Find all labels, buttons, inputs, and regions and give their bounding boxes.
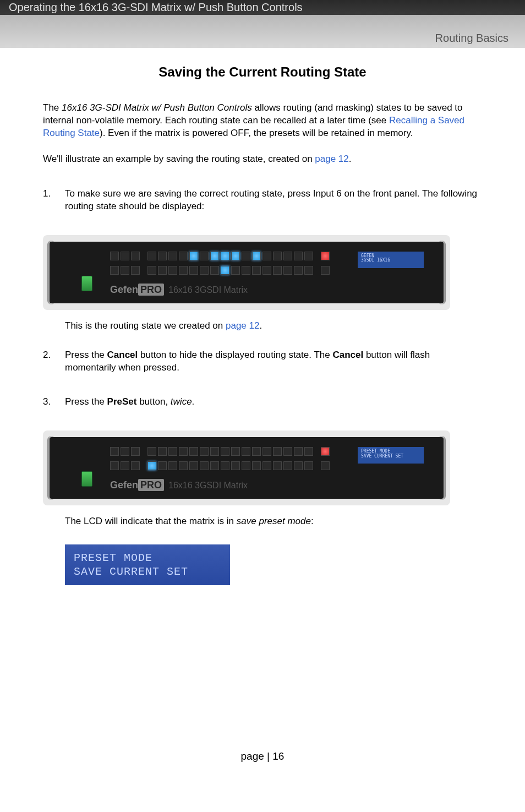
example-paragraph: We'll illustrate an example by saving th…: [43, 153, 482, 166]
matrix-button: [252, 266, 261, 275]
matrix-button: [252, 252, 261, 260]
matrix-button: [252, 461, 261, 470]
preset-bold: PreSet: [107, 396, 137, 407]
matrix-button: [283, 447, 292, 456]
matrix-button: [210, 461, 219, 470]
save-preset-italic: save preset mode: [237, 516, 311, 526]
matrix-button: [273, 461, 282, 470]
brand-pro: PRO: [138, 479, 164, 491]
brand-label: GefenPRO16x16 3GSDI Matrix: [110, 284, 248, 296]
lcd-line2: 3GSDI 16X16: [361, 258, 420, 263]
page-footer: page | 16: [0, 750, 525, 784]
step-1-text: To make sure we are saving the correct r…: [65, 188, 482, 213]
matrix-button: [242, 266, 250, 275]
device-panel: PRESET MODE SAVE CURRENT SET GefenPRO16x…: [50, 437, 444, 499]
matrix-button: [221, 252, 229, 260]
after-img2-text: The LCD will indicate that the matrix is…: [65, 515, 482, 528]
matrix-button: [283, 252, 292, 260]
sub-header: Routing Basics: [0, 15, 525, 48]
matrix-button: [231, 252, 240, 260]
matrix-button: [283, 461, 292, 470]
brand-sub: 16x16 3GSDI Matrix: [168, 285, 248, 295]
mode-button: [121, 461, 129, 470]
matrix-button: [262, 447, 271, 456]
power-indicator: [321, 266, 330, 275]
s3-mid: button,: [136, 396, 170, 407]
step-list-2: 2. Press the Cancel button to hide the d…: [43, 349, 482, 420]
step-num: 2.: [43, 349, 65, 385]
s3-pre: Press the: [65, 396, 107, 407]
matrix-button: [210, 252, 219, 260]
matrix-button: [283, 266, 292, 275]
page12-link-2[interactable]: page 12: [226, 320, 259, 331]
matrix-button: [189, 266, 198, 275]
step-body: Press the Cancel button to hide the disp…: [65, 349, 482, 385]
matrix-button: [294, 447, 303, 456]
device-panel: GEFEN 3GSDI 16X16 GefenPRO16x16 3GSDI Ma…: [50, 242, 444, 303]
matrix-button: [294, 266, 303, 275]
bottom-button-row: [110, 461, 330, 470]
matrix-button: [231, 461, 240, 470]
matrix-button: [168, 447, 177, 456]
matrix-button: [200, 252, 209, 260]
lcd-line-2: SAVE CURRENT SET: [74, 565, 221, 579]
product-name: 16x16 3G-SDI Matrix w/ Push Button Contr…: [62, 102, 252, 113]
header-title: Operating the 16x16 3G-SDI Matrix w/ Pus…: [9, 1, 303, 13]
matrix-button: [304, 252, 313, 260]
mode-button: [121, 447, 129, 456]
matrix-button: [273, 266, 282, 275]
matrix-button: [189, 461, 198, 470]
brand-label: GefenPRO16x16 3GSDI Matrix: [110, 479, 248, 491]
matrix-button: [200, 266, 209, 275]
ai2-pre: The LCD will indicate that the matrix is…: [65, 516, 237, 526]
ai1-post: .: [259, 320, 262, 331]
matrix-button: [189, 447, 198, 456]
matrix-button: [231, 447, 240, 456]
matrix-button: [168, 252, 177, 260]
matrix-button: [294, 252, 303, 260]
lcd-line-1: PRESET MODE: [74, 551, 221, 565]
ai2-post: :: [311, 516, 314, 526]
mode-button: [110, 461, 119, 470]
matrix-button: [231, 266, 240, 275]
step-3-text: Press the PreSet button, twice.: [65, 396, 482, 408]
matrix-button: [189, 252, 198, 260]
power-indicator: [321, 447, 330, 456]
brand-pro: PRO: [138, 284, 164, 296]
page12-link[interactable]: page 12: [315, 154, 348, 164]
matrix-button: [179, 447, 188, 456]
power-switch: [81, 471, 92, 487]
page-header-bar: Operating the 16x16 3G-SDI Matrix w/ Pus…: [0, 0, 525, 15]
matrix-button: [252, 447, 261, 456]
mode-button: [110, 252, 119, 260]
device-image-1: GEFEN 3GSDI 16X16 GefenPRO16x16 3GSDI Ma…: [43, 235, 450, 310]
matrix-button: [168, 461, 177, 470]
matrix-button: [147, 461, 156, 470]
lcd-line2: SAVE CURRENT SET: [361, 454, 420, 459]
matrix-button: [158, 252, 167, 260]
mode-button: [131, 447, 140, 456]
matrix-button: [168, 266, 177, 275]
main-heading: Saving the Current Routing State: [43, 64, 482, 80]
mode-button: [110, 266, 119, 275]
matrix-button: [221, 461, 229, 470]
s3-post: .: [192, 396, 195, 407]
matrix-button: [294, 461, 303, 470]
step-2: 2. Press the Cancel button to hide the d…: [43, 349, 482, 385]
brand: Gefen: [110, 479, 138, 491]
matrix-button: [242, 447, 250, 456]
lcd-closeup: PRESET MODE SAVE CURRENT SET: [65, 544, 230, 585]
mode-button: [121, 252, 129, 260]
matrix-button: [200, 447, 209, 456]
matrix-button: [158, 461, 167, 470]
matrix-button: [158, 266, 167, 275]
matrix-button: [221, 447, 229, 456]
mode-button: [131, 252, 140, 260]
section-label: Routing Basics: [435, 32, 508, 45]
step-1: 1. To make sure we are saving the correc…: [43, 188, 482, 224]
matrix-button: [147, 266, 156, 275]
step-num: 3.: [43, 396, 65, 419]
brand: Gefen: [110, 284, 138, 295]
s2-pre: Press the: [65, 350, 107, 360]
intro-paragraph: The 16x16 3G-SDI Matrix w/ Push Button C…: [43, 102, 482, 140]
